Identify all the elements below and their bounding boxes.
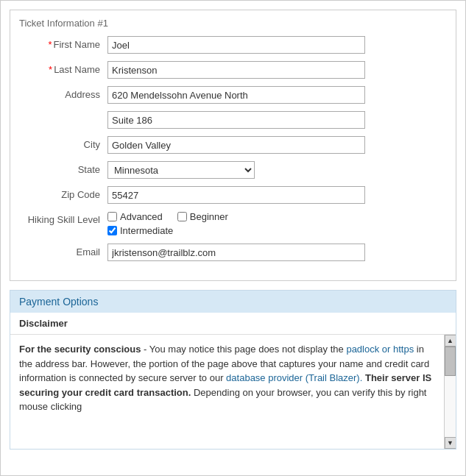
email-label: Email [19,244,107,257]
city-input[interactable] [107,136,365,154]
address-label: Address [19,86,107,100]
scroll-up-button[interactable]: ▲ [445,335,456,347]
beginner-checkbox-item[interactable]: Beginner [177,211,228,222]
beginner-label: Beginner [190,211,228,222]
scrollbar-thumb[interactable] [445,347,456,376]
disclaimer-scroll-area: For the security conscious - You may not… [10,335,456,449]
scrollbar-track: ▲ ▼ [444,335,456,449]
checkbox-row-2: Intermediate [107,225,228,236]
last-name-row: *Last Name [19,61,447,79]
first-name-row: *First Name [19,36,447,54]
intermediate-checkbox-item[interactable]: Intermediate [107,225,173,236]
city-row: City [19,136,447,154]
payment-section: Payment Options Disclaimer For the secur… [10,290,456,450]
disclaimer-blue-text: padlock or https [346,344,414,355]
advanced-checkbox[interactable] [107,212,117,221]
hiking-row: Hiking Skill Level Advanced Beginner [19,211,447,236]
state-label: State [19,161,107,175]
city-label: City [19,136,107,150]
address-line1-input[interactable] [107,86,365,104]
last-name-label: *Last Name [19,61,107,75]
required-star: * [48,39,52,50]
state-row: State Minnesota [19,161,447,179]
advanced-checkbox-item[interactable]: Advanced [107,211,163,222]
advanced-label: Advanced [120,211,163,222]
zip-input[interactable] [107,186,365,204]
page-wrapper: Ticket Information #1 *First Name *Last … [0,0,466,476]
scrollbar-thumb-area [445,347,456,437]
disclaimer-blue-text2: database provider (Trail Blazer). [226,372,362,383]
last-name-input[interactable] [107,61,365,79]
state-select[interactable]: Minnesota [107,161,255,179]
zip-row: Zip Code [19,186,447,204]
first-name-label: *First Name [19,36,107,50]
address-line2-label [19,111,107,114]
required-star-lastname: * [49,64,52,75]
disclaimer-container: For the security conscious - You may not… [10,335,456,449]
zip-label: Zip Code [19,186,107,200]
ticket-title: Ticket Information #1 [19,18,447,29]
checkbox-row-1: Advanced Beginner [107,211,228,222]
email-input[interactable] [107,244,365,261]
intermediate-label: Intermediate [120,225,173,236]
address-line2-row [19,111,447,129]
beginner-checkbox[interactable] [177,212,187,221]
disclaimer-header: Disclaimer [10,313,456,335]
intermediate-checkbox[interactable] [107,226,117,235]
disclaimer-bold-intro: For the security conscious [19,344,141,355]
scroll-down-button[interactable]: ▼ [445,437,456,449]
checkbox-group: Advanced Beginner Intermediate [107,211,228,236]
payment-header: Payment Options [10,291,456,313]
hiking-label: Hiking Skill Level [19,211,107,225]
address-row: Address [19,86,447,104]
email-row: Email [19,244,447,261]
disclaimer-text: For the security conscious - You may not… [19,342,447,414]
ticket-section: Ticket Information #1 *First Name *Last … [10,10,456,281]
first-name-input[interactable] [107,36,365,54]
address-line2-input[interactable] [107,111,365,129]
